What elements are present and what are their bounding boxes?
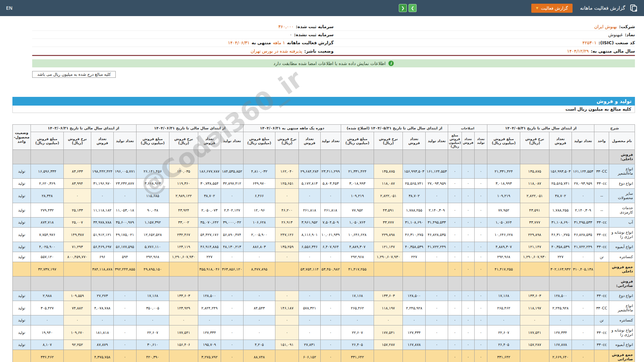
status-cell: تولید <box>13 291 31 301</box>
value-cell: ۲۲۹,۸۹۸ <box>374 228 403 242</box>
value-cell: ۱۲۳,۱۱۹ <box>169 242 198 252</box>
empty-cell <box>198 277 221 291</box>
language-toggle[interactable]: EN <box>6 5 12 11</box>
value-cell: ۰ <box>320 340 341 350</box>
value-cell: ۰ <box>475 301 487 315</box>
value-cell: ۰ <box>320 350 341 362</box>
column-header: مبلغ فروش (میلیون ریال) <box>136 132 169 150</box>
unit-cell: ۳۳۰cc <box>594 218 609 228</box>
value-cell <box>64 262 91 277</box>
value-cell: ۶,۴۶۶ <box>243 189 275 203</box>
value-cell: ۱,۲۹۰,۶۰۷,۹۳۰ <box>374 252 403 262</box>
production-table: شرحاز ابتدای سال مالی تا تاریخ ۱۴۰۴/۰۵/۳… <box>12 124 635 362</box>
value-cell: ۵۶,۱۷۷,۵۹۵ <box>114 242 136 252</box>
value-cell: ۱۶,۵۹۶,۳۳۴ <box>31 164 64 179</box>
value-cell: ۱۱,۰۵۳,۰۱۸ <box>114 203 136 218</box>
value-cell: ۳۳۱,۶۴۲ <box>487 350 520 362</box>
status-cell: تولید <box>13 301 31 315</box>
value-cell <box>374 350 403 362</box>
value-cell: ۲,۴۰۲,۱۲۷ <box>221 203 243 218</box>
value-cell: ۲,۸۲۴,۲۴۹ <box>198 301 221 315</box>
section-label: فروش داخلی: <box>609 150 635 164</box>
company-name[interactable]: بهنوش ایران <box>594 24 617 29</box>
value-cell: ۱۲,۰۹۶ <box>243 203 275 218</box>
product-row: انواع ماءالشعیر۳۳۰CC۱۶۱,۱۲۴,۵۵۳۱۵۶,۹۹۳,۵… <box>13 164 635 179</box>
value-cell: ۰ <box>243 291 275 301</box>
column-group-header: شرح <box>594 125 635 132</box>
section-row: فروش داخلی: <box>13 150 635 164</box>
report-icon[interactable] <box>629 4 638 12</box>
report-type-button[interactable]: گزارش فعالیت ▼ <box>531 4 573 13</box>
value-cell: ۱۶۱,۱۲۴,۵۵۳ <box>426 164 448 179</box>
page-title: گزارش فعالیت ماهانه <box>580 5 625 11</box>
value-cell: ۱۱,۱۱۸,۱۸۲ <box>91 203 114 218</box>
product-name: انواع دوغ <box>609 291 635 301</box>
value-cell: ۲۶,۱۴۱,۴۵۶ <box>136 164 169 179</box>
value-cell: ۰ <box>114 325 136 340</box>
empty-cell <box>275 150 299 164</box>
value-cell: ۰ <box>475 325 487 340</box>
value-cell: ۷,۵۰۴,۵۰۹ <box>320 218 341 228</box>
value-cell: ۳۲,۷۳۷,۱۹۷ <box>31 262 64 277</box>
value-cell: ۰ <box>462 179 475 189</box>
value-cell: ۰ <box>243 325 275 340</box>
status-cell: تولید <box>13 164 31 179</box>
value-cell: ۰ <box>448 252 462 262</box>
value-cell: ۴۱,۴۱۷,۲۵۵ <box>487 262 520 277</box>
column-header: تعداد تولید <box>426 132 448 150</box>
empty-cell <box>320 150 341 164</box>
empty-cell <box>91 277 114 291</box>
value-cell: ۱,۲۹۰,۶۰۷,۹۳۰ <box>520 252 549 262</box>
value-cell: ۳۲,۸۹۷,۴۱۲ <box>221 179 243 189</box>
column-header: مبلغ فروش (میلیون ریال) <box>448 132 462 150</box>
value-cell: ۰ <box>64 315 91 325</box>
value-cell: ۰ <box>426 189 448 203</box>
product-row: انواع نوشابه و انرژی زا۳۳۰cc۰۱۲۷,۳۳۴۱۷۷,… <box>13 325 635 340</box>
value-cell: ۴۱,۷۲۲,۲۴۹ <box>572 242 594 252</box>
value-cell: ۰ <box>64 189 91 203</box>
value-cell: ۱۰,۶۴۶,۶۲۸ <box>487 228 520 242</box>
value-cell <box>169 262 198 277</box>
value-cell: ۰ <box>320 301 341 315</box>
product-name: انواع آبمیوه <box>609 340 635 350</box>
value-cell: ۱۴۹,۳۸۷ <box>64 228 91 242</box>
value-cell: ۳۱۰,۴۰۵,۱۳۸ <box>572 262 594 277</box>
value-cell: ۱۲۷,۳۳۴ <box>549 325 572 340</box>
value-cell: ۳۰,۷۳۸,۵۵۴ <box>198 179 221 189</box>
value-cell: ۳۵۰,۰۰۵ <box>136 301 169 315</box>
value-cell: ۰ <box>572 189 594 203</box>
value-cell: ۱۲۸,۵۰۰ <box>549 291 572 301</box>
empty-cell <box>91 150 114 164</box>
value-cell: ۵۳,۷۵۴,۱۱۴ <box>299 262 320 277</box>
section-row: فروش صادراتی: <box>13 277 635 291</box>
value-cell: ۶۴۹,۹۷۰ <box>243 179 275 189</box>
total-label: جمع فروش صادراتی <box>609 350 635 362</box>
value-cell: ۰ <box>462 228 475 242</box>
value-cell: ۰ <box>221 252 243 262</box>
product-name: انواع ماءالشعیر <box>609 301 635 315</box>
value-cell: ۰ <box>198 315 221 325</box>
column-header: تعداد فروش <box>299 132 320 150</box>
fiscal-year-label: سال مالی منتهی به: <box>591 49 635 54</box>
value-cell: ۰ <box>572 252 594 262</box>
value-cell: ۰ <box>475 252 487 262</box>
value-cell: ۵۶,۸۹۰,۴۷۴ <box>221 228 243 242</box>
value-cell: ۲۶۵,۴۶۲ <box>487 301 520 315</box>
next-report-button[interactable]: ❯ <box>409 4 417 12</box>
value-cell: ۰ <box>462 325 475 340</box>
unit-cell: ۳۳۰cc <box>594 228 609 242</box>
registered-capital-value: ۳۶۰,۰۰۰ <box>278 24 294 29</box>
value-cell: ۱۰۹,۵۵۹ <box>64 291 91 301</box>
value-cell: ۲۶,۴۰۵ <box>487 340 520 350</box>
product-name: آب <box>609 218 635 228</box>
value-cell: ۰ <box>475 179 487 189</box>
value-cell: ۲۹۲,۹۶۸ <box>487 252 520 262</box>
empty-cell <box>64 150 91 164</box>
prev-report-button[interactable]: ❮ <box>399 4 407 12</box>
chevron-down-icon: ▼ <box>536 6 538 10</box>
value-cell: ۰ <box>275 325 299 340</box>
value-cell: ۴,۸۱۰,۰۳۲ <box>243 164 275 179</box>
value-cell: ۴۳,۵۹۱ <box>520 203 549 218</box>
value-cell: ۵۱,۹۱۲,۱۲۱ <box>91 228 114 242</box>
empty-cell <box>594 277 609 291</box>
